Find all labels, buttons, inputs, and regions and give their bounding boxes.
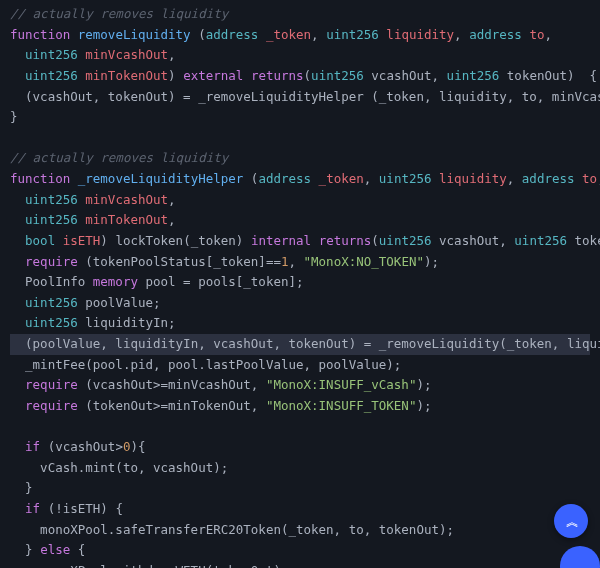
param: _token (319, 171, 364, 186)
stmt: vCash.mint(to, vcashOut); (40, 460, 228, 475)
param: minTokenOut (85, 212, 168, 227)
chevron-double-up-icon: ︽ (566, 516, 577, 529)
kw-returns: returns (319, 233, 372, 248)
stmt: (poolValue, liquidityIn, vcashOut, token… (25, 336, 600, 351)
type: uint256 (25, 68, 78, 83)
str: "MonoX:INSUFF_vCash" (266, 377, 417, 392)
kw-require: require (25, 377, 78, 392)
type: uint256 (25, 47, 78, 62)
stmt: _mintFee(pool.pid, pool.lastPoolValue, p… (25, 357, 401, 372)
scroll-to-top-button[interactable]: ︽ (554, 504, 588, 538)
stmt: ){ (130, 439, 145, 454)
stmt: (vcashOut, tokenOut) = _removeLiquidityH… (25, 89, 600, 104)
kw-if: if (25, 501, 40, 516)
kw-else: else (40, 542, 70, 557)
param: to (529, 27, 544, 42)
str: "MonoX:INSUFF_TOKEN" (266, 398, 417, 413)
stmt: monoXPool.safeTransferERC20Token(_token,… (40, 522, 454, 537)
type: address (469, 27, 522, 42)
param: minTokenOut (85, 68, 168, 83)
code-block: // actually removes liquidity function r… (0, 0, 600, 568)
kw-function: function (10, 27, 70, 42)
comment: // actually removes liquidity (10, 150, 228, 165)
ret: tokenOut (575, 233, 600, 248)
highlighted-line: (poolValue, liquidityIn, vcashOut, token… (10, 334, 590, 355)
type: uint256 (25, 212, 78, 227)
stmt: monoXPool.withdrawWETH(tokenOut); (40, 563, 288, 568)
type: uint256 (379, 171, 432, 186)
fn-name: _removeLiquidityHelper (78, 171, 244, 186)
stmt: (tokenOut>=minTokenOut, (78, 398, 266, 413)
kw-visibility: internal (251, 233, 311, 248)
brace: } (10, 109, 18, 124)
type: bool (25, 233, 55, 248)
kw-returns: returns (251, 68, 304, 83)
type: address (206, 27, 259, 42)
stmt: poolValue; (78, 295, 161, 310)
comment: // actually removes liquidity (10, 6, 228, 21)
kw-visibility: external (183, 68, 243, 83)
type: uint256 (379, 233, 432, 248)
stmt: PoolInfo (25, 274, 93, 289)
stmt: , (288, 254, 303, 269)
stmt: ); (416, 377, 431, 392)
type: uint256 (326, 27, 379, 42)
ret: vcashOut (439, 233, 499, 248)
stmt: (!isETH) { (40, 501, 123, 516)
stmt: liquidityIn; (78, 315, 176, 330)
type: uint256 (25, 315, 78, 330)
type: uint256 (25, 295, 78, 310)
type: uint256 (25, 192, 78, 207)
stmt: (vcashOut> (40, 439, 123, 454)
brace: } (25, 542, 40, 557)
kw-require: require (25, 398, 78, 413)
stmt: (tokenPoolStatus[_token]== (78, 254, 281, 269)
fn-name: removeLiquidity (78, 27, 191, 42)
param: liquidity (386, 27, 454, 42)
ret: tokenOut (507, 68, 567, 83)
kw-require: require (25, 254, 78, 269)
type: address (522, 171, 575, 186)
kw-function: function (10, 171, 70, 186)
kw-memory: memory (93, 274, 138, 289)
param: minVcashOut (85, 192, 168, 207)
stmt: { (70, 542, 85, 557)
stmt: ); (424, 254, 439, 269)
type: uint256 (514, 233, 567, 248)
stmt: (vcashOut>=minVcashOut, (78, 377, 266, 392)
stmt: pool = pools[_token]; (138, 274, 304, 289)
stmt: ); (416, 398, 431, 413)
type: address (258, 171, 311, 186)
modifier: lockToken(_token) (115, 233, 243, 248)
ret: vcashOut (371, 68, 431, 83)
param: _token (266, 27, 311, 42)
kw-if: if (25, 439, 40, 454)
type: uint256 (311, 68, 364, 83)
param: isETH (63, 233, 101, 248)
brace: } (25, 480, 33, 495)
param: to (582, 171, 597, 186)
str: "MonoX:NO_TOKEN" (304, 254, 424, 269)
param: liquidity (439, 171, 507, 186)
type: uint256 (447, 68, 500, 83)
param: minVcashOut (85, 47, 168, 62)
